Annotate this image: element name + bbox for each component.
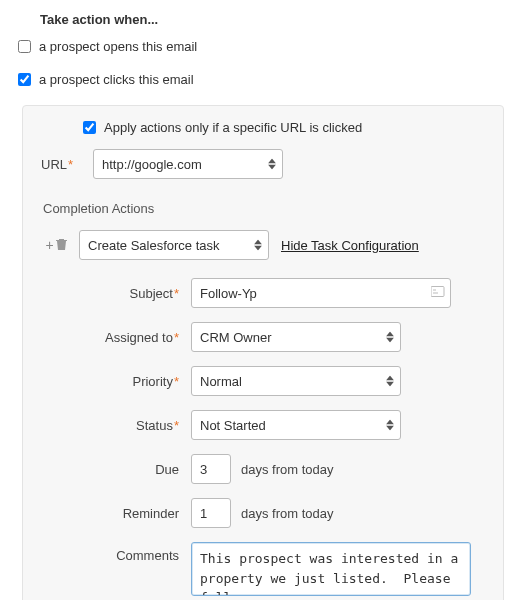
due-row: Due days from today: [61, 454, 485, 484]
trigger-clicks-row: a prospect clicks this email: [18, 72, 504, 87]
assigned-to-row: Assigned to* CRM Owner: [61, 322, 485, 352]
comments-textarea[interactable]: [191, 542, 471, 596]
svg-rect-4: [431, 287, 444, 297]
trigger-clicks-checkbox[interactable]: [18, 73, 31, 86]
svg-marker-0: [268, 159, 276, 164]
status-label: Status*: [61, 418, 191, 433]
status-row: Status* Not Started: [61, 410, 485, 440]
due-input[interactable]: [191, 454, 231, 484]
add-remove-icons: +: [41, 237, 71, 253]
select-arrows-icon: [254, 240, 262, 251]
svg-marker-10: [386, 382, 394, 387]
apply-url-checkbox[interactable]: [83, 121, 96, 134]
svg-marker-3: [254, 246, 262, 251]
reminder-label: Reminder: [61, 506, 191, 521]
svg-marker-11: [386, 420, 394, 425]
subject-label: Subject*: [61, 286, 191, 301]
svg-rect-6: [433, 293, 438, 294]
reminder-row: Reminder days from today: [61, 498, 485, 528]
priority-row: Priority* Normal: [61, 366, 485, 396]
assigned-to-label: Assigned to*: [61, 330, 191, 345]
comments-row: Comments: [61, 542, 485, 596]
completion-actions-heading: Completion Actions: [43, 201, 485, 216]
reminder-input[interactable]: [191, 498, 231, 528]
due-suffix: days from today: [241, 462, 334, 477]
section-heading: Take action when...: [40, 12, 504, 27]
reminder-suffix: days from today: [241, 506, 334, 521]
svg-rect-5: [433, 290, 436, 291]
apply-url-label: Apply actions only if a specific URL is …: [104, 120, 362, 135]
select-arrows-icon: [386, 420, 394, 431]
trigger-clicks-label: a prospect clicks this email: [39, 72, 194, 87]
trigger-opens-row: a prospect opens this email: [18, 39, 504, 54]
svg-marker-7: [386, 332, 394, 337]
status-select[interactable]: Not Started: [191, 410, 401, 440]
action-row: + Create Salesforce task Hide Task Confi…: [41, 230, 485, 260]
svg-marker-1: [268, 165, 276, 170]
url-row: URL* http://google.com: [41, 149, 485, 179]
action-type-select[interactable]: Create Salesforce task: [79, 230, 269, 260]
priority-label: Priority*: [61, 374, 191, 389]
clicks-config-panel: Apply actions only if a specific URL is …: [22, 105, 504, 600]
priority-select[interactable]: Normal: [191, 366, 401, 396]
tag-icon[interactable]: [431, 286, 445, 301]
svg-marker-8: [386, 338, 394, 343]
hide-task-config-link[interactable]: Hide Task Configuration: [281, 238, 419, 253]
trigger-opens-label: a prospect opens this email: [39, 39, 197, 54]
svg-marker-9: [386, 376, 394, 381]
select-arrows-icon: [386, 376, 394, 387]
task-fields: Subject* Assigned to* CRM Owner: [61, 278, 485, 596]
subject-row: Subject*: [61, 278, 485, 308]
due-label: Due: [61, 462, 191, 477]
svg-marker-2: [254, 240, 262, 245]
trash-icon[interactable]: [56, 237, 67, 253]
comments-label: Comments: [61, 542, 191, 563]
url-select[interactable]: http://google.com: [93, 149, 283, 179]
apply-url-row: Apply actions only if a specific URL is …: [83, 120, 485, 135]
assigned-to-select[interactable]: CRM Owner: [191, 322, 401, 352]
url-label: URL*: [41, 157, 93, 172]
trigger-opens-checkbox[interactable]: [18, 40, 31, 53]
add-icon[interactable]: +: [45, 237, 53, 253]
svg-marker-12: [386, 426, 394, 431]
select-arrows-icon: [386, 332, 394, 343]
select-arrows-icon: [268, 159, 276, 170]
subject-input[interactable]: [191, 278, 451, 308]
